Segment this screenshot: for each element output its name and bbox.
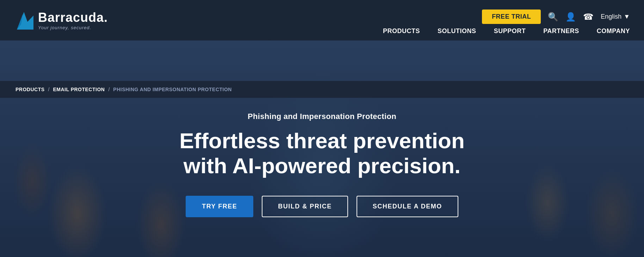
svg-marker-0	[17, 12, 33, 30]
hero-section: PRODUCTS / EMAIL PROTECTION / PHISHING A…	[0, 40, 644, 257]
logo-area[interactable]: Barracuda. Your journey, secured.	[14, 8, 108, 32]
hero-subtitle: Phishing and Impersonation Protection	[178, 112, 466, 121]
nav-bottom-row: PRODUCTS SOLUTIONS SUPPORT PARTNERS COMP…	[383, 27, 630, 40]
try-free-button[interactable]: TRY FREE	[186, 196, 253, 217]
hero-content: Phishing and Impersonation Protection Ef…	[163, 84, 481, 232]
nav-item-partners[interactable]: PARTNERS	[543, 27, 579, 35]
brand-tagline: Your journey, secured.	[38, 25, 108, 30]
breadcrumb-products[interactable]: PRODUCTS	[16, 87, 45, 92]
navbar: Barracuda. Your journey, secured. FREE T…	[0, 0, 644, 40]
breadcrumb: PRODUCTS / EMAIL PROTECTION / PHISHING A…	[0, 81, 644, 98]
nav-item-products[interactable]: PRODUCTS	[383, 27, 420, 35]
logo-icon	[14, 8, 38, 32]
account-icon[interactable]: 👤	[565, 12, 576, 22]
brand-name: Barracuda.	[38, 10, 108, 25]
search-icon[interactable]: 🔍	[548, 12, 558, 22]
nav-item-support[interactable]: SUPPORT	[494, 27, 526, 35]
breadcrumb-current: PHISHING AND IMPERSONATION PROTECTION	[113, 87, 232, 92]
build-price-button[interactable]: BUILD & PRICE	[262, 196, 348, 217]
hero-title: Effortless threat prevention with AI-pow…	[178, 128, 466, 178]
logo-text: Barracuda. Your journey, secured.	[38, 10, 108, 30]
breadcrumb-email-protection[interactable]: EMAIL PROTECTION	[53, 87, 105, 92]
chevron-down-icon: ▼	[624, 13, 630, 20]
nav-item-solutions[interactable]: SOLUTIONS	[438, 27, 476, 35]
breadcrumb-sep-2: /	[108, 87, 110, 92]
language-label: English	[601, 13, 621, 20]
nav-top-row: FREE TRIAL 🔍 👤 ☎ English ▼	[383, 3, 630, 27]
nav-right: FREE TRIAL 🔍 👤 ☎ English ▼ PRODUCTS SOLU…	[383, 0, 630, 40]
phone-icon[interactable]: ☎	[583, 12, 594, 22]
nav-item-company[interactable]: COMPANY	[597, 27, 630, 35]
language-selector[interactable]: English ▼	[601, 13, 630, 20]
hero-buttons: TRY FREE BUILD & PRICE SCHEDULE A DEMO	[178, 196, 466, 217]
schedule-demo-button[interactable]: SCHEDULE A DEMO	[357, 196, 458, 217]
free-trial-button[interactable]: FREE TRIAL	[482, 10, 541, 24]
breadcrumb-sep-1: /	[48, 87, 50, 92]
